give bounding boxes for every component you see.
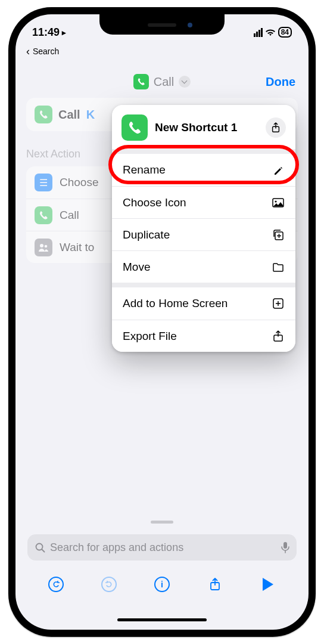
svg-point-4 — [275, 200, 276, 202]
screen: 11:49 ▸ 84 Search Call — [15, 14, 309, 630]
folder-icon — [272, 262, 285, 272]
grabber-handle[interactable] — [151, 521, 173, 524]
run-button[interactable] — [259, 575, 277, 593]
phone-icon — [122, 114, 148, 141]
search-placeholder: Search for apps and actions — [50, 541, 183, 554]
action-card-contact[interactable]: K — [86, 108, 95, 122]
battery-icon: 84 — [278, 27, 292, 38]
export-file-menu-item[interactable]: Export File — [112, 320, 295, 352]
menu-item-label: Duplicate — [123, 228, 170, 242]
svg-point-8 — [36, 544, 43, 550]
back-to-search[interactable]: Search — [26, 45, 59, 58]
bottom-toolbar: i — [15, 569, 309, 600]
add-to-home-menu-item[interactable]: Add to Home Screen — [112, 287, 295, 320]
battery-percent: 84 — [278, 27, 292, 38]
wifi-icon — [265, 28, 276, 36]
list-item-label: Choose — [60, 176, 99, 189]
menu-item-label: Export File — [123, 330, 177, 343]
shortcut-title-dropdown[interactable]: Call — [133, 74, 191, 89]
home-indicator[interactable] — [117, 618, 207, 621]
search-icon — [35, 542, 45, 553]
svg-point-0 — [40, 244, 43, 247]
undo-button[interactable] — [47, 575, 65, 593]
menu-item-label: Rename — [123, 163, 166, 177]
done-button[interactable]: Done — [266, 75, 295, 89]
menu-icon: ☰ — [35, 174, 52, 191]
choose-icon-menu-item[interactable]: Choose Icon — [112, 186, 295, 218]
svg-point-1 — [45, 244, 48, 247]
share-button[interactable] — [266, 117, 286, 138]
phone-bezel: 11:49 ▸ 84 Search Call — [8, 7, 316, 637]
image-icon — [272, 198, 285, 208]
export-icon — [272, 330, 285, 342]
menu-item-label: Move — [123, 261, 150, 274]
move-menu-item[interactable]: Move — [112, 250, 295, 283]
shortcut-options-popover: New Shortcut 1 Rename Choose Icon — [112, 105, 295, 352]
rename-menu-item[interactable]: Rename — [112, 154, 295, 186]
svg-rect-9 — [284, 542, 287, 549]
pencil-icon — [272, 165, 285, 175]
nav-title: Call — [154, 75, 174, 89]
chevron-down-icon — [179, 76, 191, 88]
redo-button[interactable] — [100, 575, 118, 593]
menu-item-label: Add to Home Screen — [123, 297, 228, 310]
location-icon: ▸ — [62, 28, 66, 37]
signal-icon — [254, 28, 263, 37]
action-card-label: Call — [58, 108, 80, 122]
notch — [99, 14, 225, 35]
microphone-icon[interactable] — [281, 541, 289, 553]
people-icon — [35, 239, 52, 256]
search-input[interactable]: Search for apps and actions — [27, 534, 297, 561]
popover-header: New Shortcut 1 — [112, 105, 295, 149]
add-square-icon — [272, 298, 285, 309]
phone-icon — [35, 206, 52, 224]
menu-item-label: Choose Icon — [123, 196, 186, 209]
share-button[interactable] — [206, 575, 224, 593]
phone-icon — [35, 106, 52, 123]
list-item-label: Call — [60, 209, 79, 222]
phone-icon — [133, 74, 149, 89]
duplicate-menu-item[interactable]: Duplicate — [112, 218, 295, 250]
nav-header: Call Done — [15, 66, 309, 98]
status-time: 11:49 — [32, 26, 60, 39]
info-button[interactable]: i — [153, 575, 171, 593]
popover-title: New Shortcut 1 — [155, 121, 258, 134]
list-item-label: Wait to — [60, 241, 94, 254]
duplicate-icon — [272, 229, 285, 241]
